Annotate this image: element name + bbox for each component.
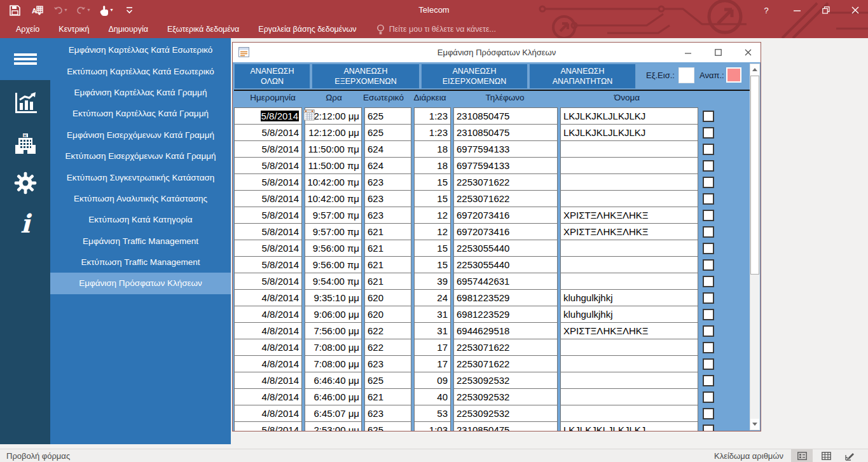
- row-checkbox[interactable]: [703, 276, 714, 287]
- form-close-button[interactable]: [738, 43, 758, 62]
- duration-cell[interactable]: 12: [414, 207, 451, 224]
- phone-cell[interactable]: 6977594133: [453, 157, 558, 174]
- vertical-scrollbar[interactable]: [750, 64, 760, 430]
- extension-cell[interactable]: 621: [364, 240, 411, 257]
- date-cell[interactable]: 5/8/2014: [234, 173, 302, 191]
- date-picker-icon[interactable]: [303, 109, 315, 121]
- nav-item[interactable]: Εκτύπωση Αναλυτικής Κατάστασης: [50, 188, 231, 209]
- minimize-button[interactable]: [786, 0, 808, 20]
- ribbon-tab[interactable]: Δημιουργία: [99, 20, 158, 38]
- name-cell[interactable]: LKJLKJKLJLKJLKJ: [560, 107, 698, 125]
- duration-cell[interactable]: 53: [414, 405, 451, 422]
- row-checkbox[interactable]: [703, 292, 714, 304]
- phone-cell[interactable]: 2253071622: [453, 339, 558, 356]
- extension-cell[interactable]: 623: [364, 190, 411, 207]
- row-checkbox[interactable]: [703, 309, 714, 320]
- phone-cell[interactable]: 2253055440: [453, 240, 558, 257]
- row-checkbox[interactable]: [703, 193, 714, 205]
- nav-item[interactable]: Εκτύπωση Κατά Κατηγορία: [50, 209, 231, 230]
- phone-cell[interactable]: 2310850475: [453, 107, 558, 125]
- date-cell[interactable]: 5/8/2014: [234, 107, 302, 125]
- time-cell[interactable]: 9:57:00 πμ: [305, 207, 362, 224]
- time-cell[interactable]: 9:56:00 πμ: [305, 240, 362, 257]
- date-cell[interactable]: 4/8/2014: [234, 339, 302, 356]
- row-checkbox[interactable]: [703, 127, 714, 139]
- date-cell[interactable]: 5/8/2014: [234, 157, 302, 174]
- form-title-bar[interactable]: Εμφάνιση Πρόσφατων Κλήσεων: [233, 43, 761, 62]
- menu-toggle-button[interactable]: [0, 38, 50, 80]
- row-checkbox[interactable]: [703, 325, 714, 337]
- phone-cell[interactable]: 2310850475: [453, 124, 558, 141]
- close-button[interactable]: [844, 0, 866, 20]
- name-cell[interactable]: [560, 256, 698, 273]
- nav-item[interactable]: Εμφάνιση Καρτέλλας Κατά Εσωτερικό: [50, 39, 231, 60]
- nav-item[interactable]: Εκτύπωση Καρτέλλας Κατά Εσωτερικό: [50, 60, 231, 81]
- time-cell[interactable]: 7:56:00 μμ: [305, 322, 362, 339]
- time-cell[interactable]: 11:50:00 πμ: [305, 140, 362, 158]
- restore-button[interactable]: [815, 0, 837, 20]
- row-checkbox[interactable]: [703, 391, 714, 403]
- date-cell[interactable]: 5/8/2014: [234, 223, 302, 240]
- chart-icon[interactable]: [0, 89, 50, 117]
- row-checkbox[interactable]: [703, 425, 714, 431]
- nav-item[interactable]: Εκτύπωση Καρτέλλας Κατά Γραμμή: [50, 103, 231, 124]
- refresh-incoming-button[interactable]: ΑΝΑΝΕΩΣΗ ΕΙΣΕΡΧΟΜΕΝΩΝ: [421, 64, 528, 89]
- extension-cell[interactable]: 620: [364, 306, 411, 323]
- nav-item[interactable]: Εκτύπωση Εισερχόμενων Κατά Γραμμή: [50, 146, 231, 166]
- design-view-button[interactable]: [839, 449, 861, 462]
- phone-cell[interactable]: 6972073416: [453, 207, 558, 224]
- time-cell[interactable]: 9:06:00 μμ: [305, 306, 362, 323]
- time-cell[interactable]: 9:56:00 πμ: [305, 256, 362, 273]
- phone-cell[interactable]: 6981223529: [453, 289, 558, 306]
- refresh-missed-button[interactable]: ΑΝΑΝΕΩΣΗ ΑΝΑΠΑΝΤΗΤΩΝ: [529, 64, 636, 89]
- extension-cell[interactable]: 624: [364, 157, 411, 174]
- extension-cell[interactable]: 624: [364, 140, 411, 158]
- form-maximize-button[interactable]: [708, 43, 728, 62]
- row-checkbox[interactable]: [703, 226, 714, 238]
- name-cell[interactable]: [560, 405, 698, 422]
- nav-item[interactable]: Εμφάνιση Εισερχόμενων Κατά Γραμμή: [50, 125, 231, 146]
- duration-cell[interactable]: 31: [414, 306, 451, 323]
- date-cell[interactable]: 5/8/2014: [234, 190, 302, 207]
- info-icon[interactable]: i: [0, 210, 50, 238]
- row-checkbox[interactable]: [703, 144, 714, 155]
- date-cell[interactable]: 4/8/2014: [234, 289, 302, 306]
- time-cell[interactable]: 7:08:00 μμ: [305, 355, 362, 372]
- date-cell[interactable]: 4/8/2014: [234, 388, 302, 405]
- time-cell[interactable]: 9:57:00 πμ: [305, 223, 362, 240]
- refresh-all-button[interactable]: ΑΝΑΝΕΩΣΗ ΟΛΩΝ: [234, 64, 310, 89]
- row-checkbox[interactable]: [703, 342, 714, 353]
- extension-cell[interactable]: 623: [364, 207, 411, 224]
- time-cell[interactable]: 11:50:00 πμ: [305, 157, 362, 174]
- name-cell[interactable]: ΧΡΙΣΤΞΛΗΚΞΛΗΚΞ: [560, 207, 698, 224]
- gear-icon[interactable]: [0, 169, 50, 197]
- phone-cell[interactable]: 2253092532: [453, 372, 558, 389]
- duration-cell[interactable]: 40: [414, 388, 451, 405]
- date-cell[interactable]: 5/8/2014: [234, 273, 302, 290]
- date-cell[interactable]: 4/8/2014: [234, 372, 302, 389]
- extension-cell[interactable]: 625: [364, 421, 411, 431]
- phone-cell[interactable]: 2253055440: [453, 256, 558, 273]
- phone-cell[interactable]: 6972073416: [453, 223, 558, 240]
- time-cell[interactable]: 9:54:00 πμ: [305, 273, 362, 290]
- extension-cell[interactable]: 625: [364, 124, 411, 141]
- name-cell[interactable]: [560, 388, 698, 405]
- phone-cell[interactable]: 6981223529: [453, 306, 558, 323]
- extension-cell[interactable]: 625: [364, 372, 411, 389]
- time-cell[interactable]: 2:53:00 μμ: [305, 421, 362, 431]
- duration-cell[interactable]: 09: [414, 372, 451, 389]
- refresh-outgoing-button[interactable]: ΑΝΑΝΕΩΣΗ ΕΞΕΡΧΟΜΕΝΩΝ: [312, 64, 420, 89]
- scroll-up-button[interactable]: [750, 64, 759, 75]
- help-button[interactable]: ?: [755, 0, 777, 20]
- name-cell[interactable]: kluhgulkjhkj: [560, 289, 698, 306]
- date-cell[interactable]: 5/8/2014: [234, 240, 302, 257]
- name-cell[interactable]: [560, 157, 698, 174]
- duration-cell[interactable]: 1:23: [414, 124, 451, 141]
- time-cell[interactable]: 9:35:10 μμ: [305, 289, 362, 306]
- date-cell[interactable]: 5/8/2014: [234, 421, 302, 431]
- time-cell[interactable]: 6:46:00 μμ: [305, 388, 362, 405]
- row-checkbox[interactable]: [703, 177, 714, 188]
- phone-cell[interactable]: 2253092532: [453, 405, 558, 422]
- row-checkbox[interactable]: [703, 408, 714, 419]
- scrollbar-thumb[interactable]: [750, 76, 759, 275]
